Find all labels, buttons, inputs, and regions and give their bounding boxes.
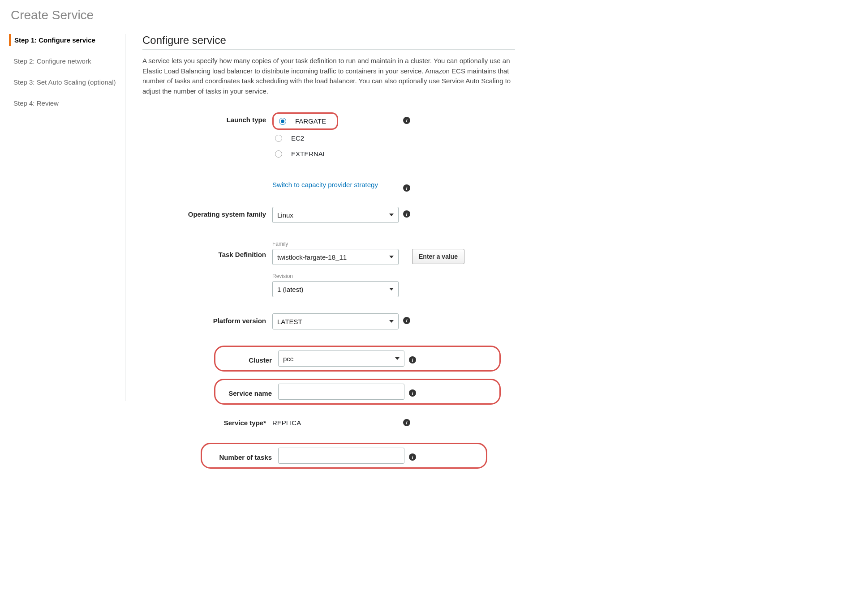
label-service-type: Service type* — [142, 415, 272, 427]
highlight-cluster: Cluster pcc i — [214, 346, 501, 372]
row-service-type: Service type* REPLICA i — [142, 415, 515, 427]
row-task-definition: Task Definition Family twistlock-fargate… — [142, 241, 515, 297]
section-divider — [142, 49, 515, 50]
radio-external-label: EXTERNAL — [291, 150, 327, 158]
sublabel-family: Family — [272, 241, 399, 247]
label-task-definition: Task Definition — [142, 241, 272, 258]
select-platform-version-value: LATEST — [277, 318, 302, 325]
select-platform-version[interactable]: LATEST — [272, 313, 399, 329]
step-4-review[interactable]: Step 4: Review — [9, 97, 120, 109]
service-name-input[interactable] — [278, 384, 404, 400]
info-icon[interactable]: i — [403, 210, 410, 218]
switch-capacity-link[interactable]: Switch to capacity provider strategy — [272, 181, 378, 188]
chevron-down-icon — [389, 288, 394, 291]
info-icon[interactable]: i — [403, 317, 410, 324]
highlight-number-of-tasks: Number of tasks i — [201, 443, 487, 469]
radio-ec2-label: EC2 — [291, 134, 304, 142]
radio-external[interactable] — [275, 150, 282, 158]
chevron-down-icon — [395, 357, 400, 360]
radio-ec2-wrap: EC2 — [272, 133, 399, 144]
info-icon[interactable]: i — [409, 453, 416, 461]
row-platform-version: Platform version LATEST i — [142, 313, 515, 329]
row-os-family: Operating system family Linux i — [142, 207, 515, 223]
step-1-configure-service[interactable]: Step 1: Configure service — [9, 34, 120, 46]
row-launch-type: Launch type FARGATE EC2 EXTERNAL — [142, 112, 515, 164]
section-intro: A service lets you specify how many copi… — [142, 56, 515, 96]
radio-fargate[interactable] — [279, 118, 286, 125]
label-launch-type: Launch type — [142, 112, 272, 124]
enter-a-value-button[interactable]: Enter a value — [412, 249, 464, 264]
radio-external-wrap: EXTERNAL — [272, 148, 399, 159]
chevron-down-icon — [389, 214, 394, 216]
info-icon[interactable]: i — [403, 419, 410, 426]
select-os-family-value: Linux — [277, 211, 293, 219]
info-icon[interactable]: i — [403, 184, 410, 192]
select-task-revision[interactable]: 1 (latest) — [272, 281, 399, 297]
info-icon[interactable]: i — [403, 117, 410, 124]
select-os-family[interactable]: Linux — [272, 207, 399, 223]
label-os-family: Operating system family — [142, 207, 272, 218]
label-service-name: Service name — [220, 387, 278, 397]
select-cluster[interactable]: pcc — [278, 351, 404, 367]
row-capacity-link: Switch to capacity provider strategy i — [142, 181, 515, 192]
label-platform-version: Platform version — [142, 313, 272, 325]
sublabel-revision: Revision — [272, 273, 399, 279]
highlight-service-name: Service name i — [214, 379, 501, 405]
step-2-configure-network[interactable]: Step 2: Configure network — [9, 55, 120, 67]
label-cluster: Cluster — [220, 354, 278, 364]
select-task-family[interactable]: twistlock-fargate-18_11 — [272, 249, 399, 265]
radio-ec2[interactable] — [275, 135, 282, 142]
radio-fargate-label: FARGATE — [295, 117, 326, 125]
page-title: Create Service — [11, 8, 859, 22]
radios-launch-type: FARGATE EC2 EXTERNAL — [272, 112, 399, 164]
service-type-value: REPLICA — [272, 415, 399, 427]
radio-fargate-wrap: FARGATE — [276, 115, 329, 127]
section-title: Configure service — [142, 34, 515, 47]
select-task-family-value: twistlock-fargate-18_11 — [277, 253, 347, 261]
select-task-revision-value: 1 (latest) — [277, 286, 303, 293]
layout: Step 1: Configure service Step 2: Config… — [9, 34, 859, 469]
info-icon[interactable]: i — [409, 356, 416, 363]
step-3-set-auto-scaling[interactable]: Step 3: Set Auto Scaling (optional) — [9, 76, 120, 88]
steps-nav: Step 1: Configure service Step 2: Config… — [9, 34, 125, 401]
highlight-fargate: FARGATE — [272, 112, 338, 130]
chevron-down-icon — [389, 320, 394, 323]
select-cluster-value: pcc — [283, 355, 293, 363]
main-content: Configure service A service lets you spe… — [125, 34, 515, 469]
chevron-down-icon — [389, 256, 394, 258]
number-of-tasks-input[interactable] — [278, 448, 404, 464]
label-number-of-tasks: Number of tasks — [206, 451, 278, 461]
info-icon[interactable]: i — [409, 389, 416, 397]
